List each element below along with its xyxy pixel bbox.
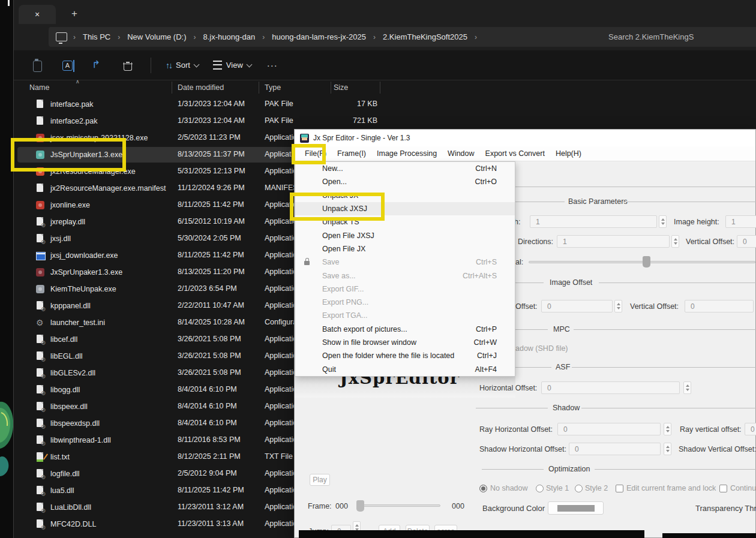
menu-item-open-file-jx[interactable]: Open File JX — [295, 242, 515, 256]
shadow-h-offset-input[interactable]: 0 — [569, 443, 661, 455]
file-date: 6/15/2012 10:19 AM — [178, 217, 245, 226]
menu-item-show-in-file-browser-window[interactable]: Show in file browser windowCtrl+W — [295, 336, 515, 349]
image-height-input[interactable]: 1 — [725, 215, 756, 228]
menu-item-shortcut: Alt+F4 — [475, 365, 497, 374]
editor-title-bar[interactable]: Jx Spr Editor - Single - Ver 1.3 — [295, 130, 755, 146]
command-toolbar: A ↱ ↑↓ Sort View ··· — [14, 50, 756, 80]
no-shadow-radio[interactable] — [479, 485, 487, 492]
delete-button[interactable] — [122, 59, 134, 71]
image-v-offset-input[interactable]: 0 — [685, 300, 754, 312]
shd-shadow-checkbox-label[interactable]: adow (SHD file) — [515, 344, 568, 353]
ray-h-offset-stepper[interactable] — [664, 423, 671, 435]
column-date-modified[interactable]: Date modified — [178, 83, 224, 92]
style2-radio[interactable] — [575, 485, 583, 492]
new-tab-button[interactable]: + — [67, 6, 82, 22]
vertical-offset-input[interactable]: 0 — [737, 235, 756, 248]
background-color-swatch[interactable] — [548, 501, 604, 515]
breadcrumb-segment[interactable]: This PC — [80, 31, 113, 43]
menu-item-shortcut: Ctrl+W — [473, 338, 497, 347]
paste-button[interactable] — [32, 59, 44, 71]
file-date: 8/11/2025 11:42 PM — [178, 200, 244, 209]
file-date: 8/11/2025 11:42 PM — [178, 251, 244, 259]
view-button[interactable]: View — [213, 61, 251, 70]
edit-current-frame-checkbox[interactable] — [616, 485, 623, 492]
image-width-input[interactable]: 1 — [530, 215, 657, 228]
more-options-button[interactable]: ··· — [267, 60, 278, 70]
breadcrumb-segment[interactable]: New Volume (D:) — [125, 31, 188, 43]
column-name[interactable]: Name — [29, 83, 49, 92]
menu-export-vs-convert[interactable]: Export vs Convert — [480, 148, 550, 160]
breadcrumb[interactable]: ›This PC›New Volume (D:)›8.jx-huong-dan›… — [49, 27, 609, 47]
menu-item-open-the-folder-where-the-file-is-located[interactable]: Open the folder where the file is locate… — [295, 349, 515, 362]
rename-button[interactable]: A — [62, 59, 74, 71]
menu-image-processing[interactable]: Image Processing — [371, 148, 442, 160]
sort-button[interactable]: ↑↓ Sort — [166, 61, 199, 70]
file-row[interactable]: interface2.pak1/31/2023 12:04 AMPAK File… — [14, 113, 756, 130]
column-divider[interactable] — [172, 82, 172, 94]
menu-item-open[interactable]: Open...Ctrl+O — [295, 175, 515, 188]
breadcrumb-segment[interactable]: 8.jx-huong-dan — [200, 31, 257, 43]
continue-checkbox[interactable] — [719, 485, 727, 492]
interval-slider-thumb[interactable] — [643, 256, 650, 268]
directions-input[interactable]: 1 — [557, 235, 670, 248]
menu-item-quit[interactable]: QuitAlt+F4 — [295, 362, 515, 375]
directions-label: Directions: — [518, 238, 553, 246]
file-icon-win — [35, 250, 45, 260]
frame-slider[interactable] — [356, 504, 440, 507]
directions-stepper[interactable] — [671, 235, 679, 248]
search-input[interactable]: Search 2.KiemTheKingS — [601, 27, 756, 47]
menu-item-export-tga[interactable]: Export TGA... — [295, 309, 515, 322]
jx-spr-editor-window: Jx Spr Editor - Single - Ver 1.3 File(F)… — [294, 129, 756, 538]
menu-item-new[interactable]: New...Ctrl+N — [295, 162, 515, 175]
file-size: 721 KB — [314, 116, 377, 125]
menu-item-open-file-jxsj[interactable]: Open File JXSJ — [295, 229, 515, 242]
column-divider[interactable] — [380, 82, 380, 94]
breadcrumb-segment[interactable]: 2.KiemTheKingSoft2025 — [380, 31, 470, 43]
column-type[interactable]: Type — [265, 83, 281, 92]
file-name: libGLESv2.dll — [50, 369, 95, 377]
style1-radio[interactable] — [536, 485, 544, 492]
image-h-offset-input[interactable]: 0 — [541, 300, 613, 312]
breadcrumb-chevron-icon[interactable]: › — [475, 33, 477, 41]
ray-v-offset-input[interactable]: 0 — [745, 423, 756, 435]
view-icon — [213, 61, 222, 70]
file-date: 11/23/2011 3:12 AM — [178, 503, 244, 511]
image-h-offset-stepper[interactable] — [614, 300, 622, 312]
column-divider[interactable] — [331, 82, 331, 94]
image-width-stepper[interactable] — [659, 215, 667, 228]
file-icon-page — [35, 99, 45, 109]
file-name: MFC42D.DLL — [50, 520, 96, 528]
file-date: 8/11/2025 11:42 PM — [178, 486, 244, 494]
menu-item-export-gif[interactable]: Export GIF... — [295, 282, 515, 296]
breadcrumb-segment[interactable]: huong-dan-lam-res-jx-2025 — [269, 31, 368, 43]
play-button[interactable]: Play — [310, 474, 330, 486]
column-divider[interactable] — [259, 82, 259, 94]
column-size[interactable]: Size — [334, 83, 348, 92]
ray-h-offset-input[interactable]: 0 — [557, 423, 661, 435]
interval-slider[interactable] — [529, 261, 755, 263]
frame-label: Frame: — [308, 502, 332, 510]
share-button[interactable]: ↱ — [92, 59, 104, 71]
frame-slider-thumb[interactable] — [356, 500, 364, 512]
asf-h-offset-stepper[interactable] — [683, 381, 691, 394]
shadow-h-offset-stepper[interactable] — [664, 443, 671, 455]
chevron-down-icon — [246, 61, 252, 67]
panel-divider — [481, 187, 756, 187]
explorer-tab[interactable]: × — [19, 5, 56, 24]
group-title-image-offset: Image Offset — [550, 278, 592, 287]
menu-item-shortcut: Ctrl+J — [477, 351, 497, 360]
menu-item-save[interactable]: SaveCtrl+S — [295, 256, 515, 269]
file-row[interactable]: interface.pak1/31/2023 12:04 AMPAK File1… — [14, 96, 756, 113]
asf-h-offset-input[interactable]: 0 — [541, 381, 680, 394]
menu-frame-i-[interactable]: Frame(I) — [332, 148, 371, 160]
menu-item-save-as[interactable]: Save as...Ctrl+Alt+S — [295, 269, 515, 282]
menu-help-h-[interactable]: Help(H) — [550, 148, 587, 160]
menu-item-batch-export-of-pictures[interactable]: Batch export of pictures...Ctrl+P — [295, 323, 515, 336]
menu-item-label: Save — [322, 258, 340, 266]
menu-item-label: Show in file browser window — [322, 338, 416, 347]
share-icon: ↱ — [92, 59, 100, 70]
tab-close-icon[interactable]: × — [35, 10, 40, 19]
menu-item-export-png[interactable]: Export PNG... — [295, 296, 515, 309]
menu-window[interactable]: Window — [442, 148, 479, 160]
group-line — [595, 469, 756, 470]
